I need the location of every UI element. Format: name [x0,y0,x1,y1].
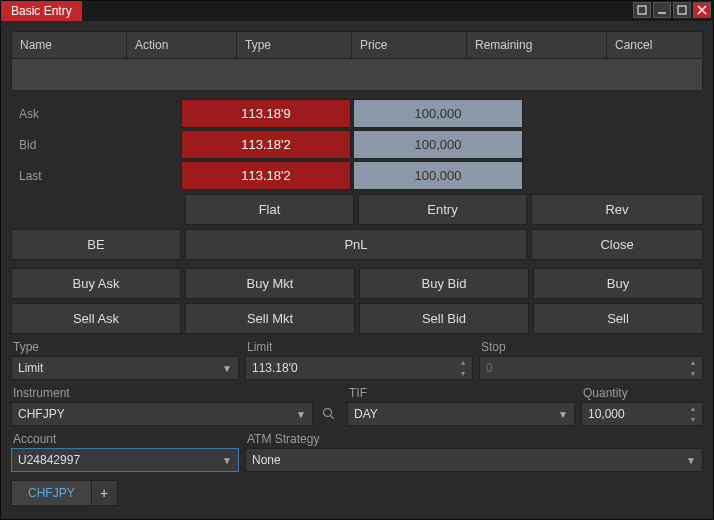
col-type: Type [237,32,352,58]
tif-label: TIF [347,386,575,400]
atm-value: None [252,453,281,467]
buy-button[interactable]: Buy [533,268,703,299]
maximize-icon[interactable] [673,2,691,18]
quote-price[interactable]: 113.18'2 [181,130,351,159]
quantity-label: Quantity [581,386,703,400]
quote-label: Ask [11,99,181,128]
quote-label: Bid [11,130,181,159]
chevron-down-icon: ▼ [558,409,568,420]
sell-button[interactable]: Sell [533,303,703,334]
rev-button[interactable]: Rev [531,194,703,225]
account-label: Account [11,432,239,446]
atm-label: ATM Strategy [245,432,703,446]
svg-point-5 [324,409,332,417]
spin-up-icon[interactable]: ▲ [456,357,470,368]
account-value: U24842997 [18,453,80,467]
spin-up-icon[interactable]: ▲ [686,357,700,368]
quote-volume[interactable]: 100,000 [353,99,523,128]
svg-line-6 [331,416,335,420]
quantity-input[interactable]: 10,000 ▲▼ [581,402,703,426]
pnl-button[interactable]: PnL [185,229,527,260]
instrument-label: Instrument [11,386,341,400]
orders-body [11,59,703,91]
atm-select[interactable]: None ▼ [245,448,703,472]
buy-ask-button[interactable]: Buy Ask [11,268,181,299]
sell-mkt-button[interactable]: Sell Mkt [185,303,355,334]
col-action: Action [127,32,237,58]
account-select[interactable]: U24842997 ▼ [11,448,239,472]
stop-input[interactable]: 0 ▲▼ [479,356,703,380]
minimize-icon[interactable] [653,2,671,18]
col-name: Name [12,32,127,58]
be-button[interactable]: BE [11,229,181,260]
chevron-down-icon: ▼ [222,363,232,374]
basic-entry-window: Basic Entry Name Action Type Price Remai… [0,0,714,520]
limit-label: Limit [245,340,473,354]
chevron-down-icon: ▼ [296,409,306,420]
tif-select[interactable]: DAY ▼ [347,402,575,426]
sell-bid-button[interactable]: Sell Bid [359,303,529,334]
tif-value: DAY [354,407,378,421]
col-price: Price [352,32,467,58]
search-icon[interactable] [317,402,341,426]
stop-value: 0 [486,361,493,375]
buy-mkt-button[interactable]: Buy Mkt [185,268,355,299]
add-tab-button[interactable]: + [92,480,118,506]
chevron-down-icon: ▼ [222,455,232,466]
popout-icon[interactable] [633,2,651,18]
spin-down-icon[interactable]: ▼ [686,414,700,425]
close-button[interactable]: Close [531,229,703,260]
instrument-value: CHFJPY [18,407,65,421]
quote-row-last: Last 113.18'2 100,000 [11,161,703,190]
flat-button[interactable]: Flat [185,194,354,225]
col-remaining: Remaining [467,32,607,58]
col-cancel: Cancel [607,32,702,58]
chevron-down-icon: ▼ [686,455,696,466]
type-label: Type [11,340,239,354]
spin-up-icon[interactable]: ▲ [686,403,700,414]
type-value: Limit [18,361,43,375]
buy-bid-button[interactable]: Buy Bid [359,268,529,299]
spin-down-icon[interactable]: ▼ [456,368,470,379]
spin-down-icon[interactable]: ▼ [686,368,700,379]
quote-row-bid: Bid 113.18'2 100,000 [11,130,703,159]
quote-price[interactable]: 113.18'9 [181,99,351,128]
svg-rect-0 [638,6,646,14]
window-title: Basic Entry [1,1,82,21]
svg-rect-2 [678,6,686,14]
quote-volume[interactable]: 100,000 [353,161,523,190]
type-select[interactable]: Limit ▼ [11,356,239,380]
quote-row-ask: Ask 113.18'9 100,000 [11,99,703,128]
tab-instrument[interactable]: CHFJPY [11,480,92,506]
instrument-select[interactable]: CHFJPY ▼ [11,402,313,426]
tabbar: CHFJPY + [11,480,703,506]
orders-header: Name Action Type Price Remaining Cancel [11,31,703,59]
quote-volume[interactable]: 100,000 [353,130,523,159]
limit-value: 113.18'0 [252,361,298,375]
stop-label: Stop [479,340,703,354]
quote-label: Last [11,161,181,190]
titlebar: Basic Entry [1,1,713,21]
close-icon[interactable] [693,2,711,18]
sell-ask-button[interactable]: Sell Ask [11,303,181,334]
quantity-value: 10,000 [588,407,625,421]
entry-button[interactable]: Entry [358,194,527,225]
quote-price[interactable]: 113.18'2 [181,161,351,190]
limit-input[interactable]: 113.18'0 ▲▼ [245,356,473,380]
